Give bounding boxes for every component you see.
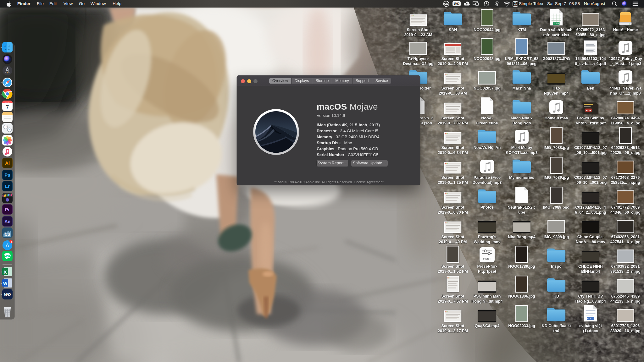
svg-text:WD: WD: [4, 292, 11, 297]
svg-text:X: X: [3, 269, 7, 275]
svg-text:3: 3: [11, 240, 12, 243]
svg-text:7: 7: [6, 104, 9, 110]
svg-text:LINE: LINE: [4, 254, 11, 257]
svg-text:CS: CS: [4, 232, 10, 237]
svg-text:VI: VI: [514, 2, 516, 4]
svg-text:WD: WD: [454, 2, 459, 6]
svg-text:A: A: [6, 243, 9, 249]
svg-text:W: W: [3, 281, 8, 286]
svg-text:ST: ST: [514, 4, 517, 6]
svg-text:SEP: SEP: [5, 102, 9, 104]
